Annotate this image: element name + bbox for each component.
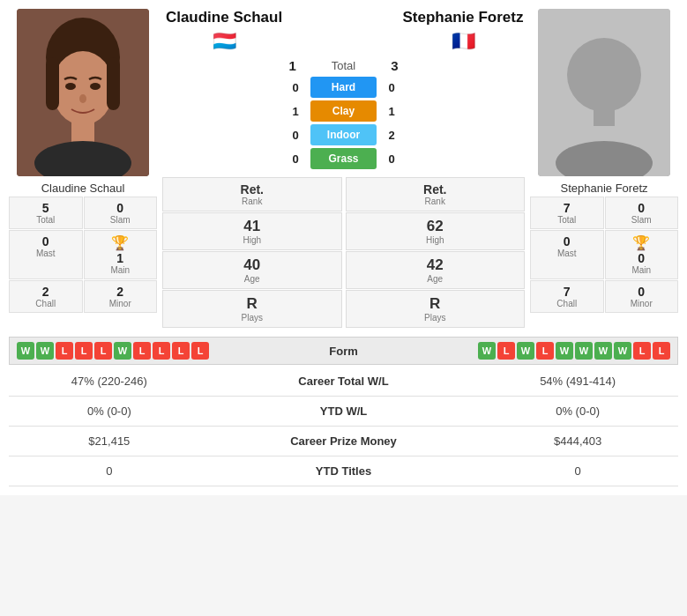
right-plays-val: R (429, 295, 440, 313)
left-player-name-below: Claudine Schaul (41, 182, 125, 195)
left-rank-lbl: Rank (242, 197, 262, 206)
career-total-row: 47% (220-246) Career Total W/L 54% (491-… (9, 367, 678, 397)
right-chall-cell: 7 Chall (530, 280, 604, 313)
left-form-1: W (36, 342, 54, 360)
right-slam-val: 0 (638, 201, 645, 215)
left-slam-cell: 0 Slam (84, 197, 158, 229)
right-form-7: W (614, 342, 631, 360)
right-chall-val: 7 (564, 285, 571, 299)
left-form-badges: W W L L L W L L L L (17, 342, 209, 360)
left-center-name: Claudine Schaul (166, 9, 282, 26)
right-center-name: Stephanie Foretz (403, 9, 524, 26)
ytd-wl-row: 0% (0-0) YTD W/L 0% (0-0) (9, 397, 678, 427)
prize-row: $21,415 Career Prize Money $444,403 (9, 427, 678, 456)
career-total-right: 54% (491-414) (477, 367, 678, 397)
right-form-5: W (575, 342, 593, 360)
right-age-box: 42 Age (346, 251, 526, 289)
right-form-4: W (556, 342, 573, 360)
svg-point-2 (52, 51, 114, 125)
left-flag: 🇱🇺 (213, 30, 236, 53)
left-mast-val: 0 (42, 234, 49, 249)
ytd-wl-left: 0% (0-0) (9, 397, 210, 427)
right-form-3: L (536, 342, 554, 360)
hard-right: 0 (384, 81, 400, 94)
left-form-6: L (133, 342, 151, 360)
right-high-val: 62 (427, 218, 444, 235)
left-rank-val: Ret. (241, 182, 264, 197)
form-label: Form (329, 345, 358, 358)
career-total-label: Career Total W/L (210, 367, 478, 397)
left-form-5: W (114, 342, 131, 360)
hard-left: 0 (287, 81, 303, 94)
form-row: W W L L L W L L L L Form W L W L W W W (9, 337, 678, 365)
clay-right: 1 (384, 105, 400, 118)
left-main-val: 1 (116, 251, 123, 265)
ytd-titles-label: YTD Titles (210, 456, 478, 486)
prize-label: Career Prize Money (210, 427, 478, 456)
left-player-photo (17, 9, 149, 176)
left-plays-val: R (247, 295, 258, 313)
right-form-9: L (653, 342, 670, 360)
left-form-2: L (56, 342, 73, 360)
stats-table: 47% (220-246) Career Total W/L 54% (491-… (9, 367, 678, 486)
left-age-val: 40 (243, 256, 260, 274)
right-main-val: 0 (638, 251, 645, 265)
svg-rect-3 (46, 57, 59, 110)
grass-left: 0 (287, 152, 303, 166)
svg-point-7 (65, 83, 76, 90)
left-chall-cell: 2 Chall (9, 280, 83, 313)
right-age-lbl: Age (427, 274, 443, 284)
left-player-silhouette (17, 9, 149, 176)
left-player-stats-grid: 5 Total 0 Slam 0 Mast 🏆 1 Main 2 (9, 197, 157, 313)
right-total-cell: 7 Total (530, 197, 604, 229)
grass-badge: Grass (310, 148, 377, 169)
center-stats-pair: Ret. Rank 41 High 40 Age R Plays (162, 177, 525, 328)
prize-right: $444,403 (477, 427, 678, 456)
left-age-box: 40 Age (162, 251, 342, 289)
svg-point-11 (567, 38, 641, 112)
indoor-row: 0 Indoor 2 (162, 124, 525, 145)
right-rank-val: Ret. (423, 182, 446, 197)
right-form-6: W (594, 342, 612, 360)
left-rank-box: Ret. Rank (162, 177, 342, 212)
left-total-lbl: Total (36, 215, 55, 225)
right-mast-lbl: Mast (557, 249, 577, 258)
right-trophy-icon: 🏆 (632, 234, 650, 251)
main-container: Claudine Schaul 5 Total 0 Slam 0 Mast 🏆 … (0, 0, 687, 495)
right-slam-cell: 0 Slam (605, 197, 679, 229)
clay-badge: Clay (310, 100, 377, 122)
left-total-val: 5 (42, 201, 49, 215)
ytd-titles-left: 0 (9, 456, 210, 486)
left-high-box: 41 High (162, 212, 342, 250)
right-player-photo (538, 9, 670, 176)
right-player-name-below: Stephanie Foretz (560, 182, 647, 195)
right-plays-lbl: Plays (424, 313, 445, 323)
left-mast-lbl: Mast (36, 249, 56, 258)
left-plays-box: R Plays (162, 290, 342, 328)
left-slam-val: 0 (116, 201, 123, 215)
svg-point-8 (90, 83, 101, 90)
left-form-3: L (75, 342, 93, 360)
right-form-1: L (497, 342, 515, 360)
left-total-cell: 5 Total (9, 197, 83, 229)
left-chall-val: 2 (42, 285, 49, 299)
right-chall-lbl: Chall (556, 299, 577, 308)
left-form-8: L (172, 342, 190, 360)
left-trophy-icon: 🏆 (111, 234, 129, 251)
right-total-lbl: Total (557, 215, 576, 225)
right-form-badges: W L W L W W W W L L (478, 342, 670, 360)
ytd-titles-row: 0 YTD Titles 0 (9, 456, 678, 486)
right-minor-val: 0 (638, 285, 645, 299)
right-rank-box: Ret. Rank (346, 177, 526, 212)
right-form-0: W (478, 342, 496, 360)
indoor-badge: Indoor (310, 124, 377, 145)
right-total-val: 7 (564, 201, 571, 215)
svg-rect-12 (594, 108, 615, 126)
clay-row: 1 Clay 1 (162, 100, 525, 122)
left-slam-lbl: Slam (110, 215, 131, 225)
right-slam-lbl: Slam (631, 215, 652, 225)
right-minor-cell: 0 Minor (605, 280, 679, 313)
left-form-0: W (17, 342, 34, 360)
clay-left: 1 (287, 105, 303, 118)
right-form-2: W (517, 342, 534, 360)
